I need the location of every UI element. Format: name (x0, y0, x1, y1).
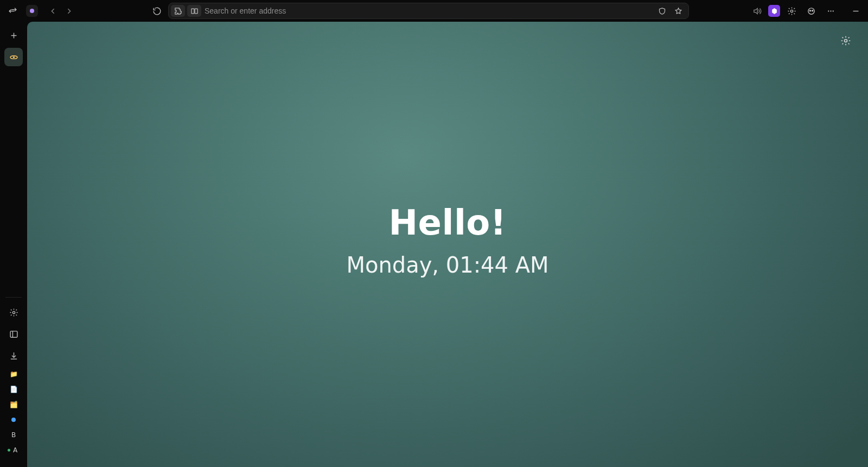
svg-point-5 (809, 10, 810, 11)
folder-icon: 📁 (10, 370, 18, 378)
sidebar-bookmark-b[interactable]: B (6, 429, 21, 441)
extensions-icon (174, 7, 182, 15)
svg-rect-1 (191, 9, 194, 14)
svg-point-0 (30, 9, 34, 13)
downloads-icon (9, 351, 18, 361)
reload-icon (152, 7, 162, 16)
tracking-shield-button[interactable] (655, 5, 669, 17)
workspace-icon (29, 8, 35, 14)
svg-point-8 (830, 10, 831, 11)
new-tab-button[interactable] (4, 26, 23, 45)
sidebar-divider (5, 297, 22, 298)
back-button[interactable] (44, 3, 61, 19)
address-input[interactable] (203, 6, 653, 16)
svg-point-11 (12, 56, 14, 58)
datetime-text: Monday, 01:44 AM (346, 253, 548, 277)
new-tab-page: Hello! Monday, 01:44 AM (27, 22, 868, 467)
page-settings-icon (840, 35, 851, 46)
shield-icon (658, 7, 666, 15)
extensions-button[interactable] (171, 5, 185, 17)
downloads-button[interactable] (4, 346, 23, 365)
extension-gear-icon (787, 7, 796, 16)
side-panel-icon (9, 330, 18, 339)
forward-icon (65, 7, 74, 16)
split-view-button[interactable] (187, 5, 201, 17)
svg-point-3 (790, 10, 793, 12)
gear-icon (9, 308, 18, 317)
document-icon: 📄 (10, 386, 18, 393)
svg-rect-13 (10, 331, 17, 337)
bookmark-star-button[interactable] (671, 5, 685, 17)
minimize-button[interactable] (847, 3, 864, 19)
sidebar-settings-button[interactable] (4, 303, 23, 321)
sidebar-bookmark-document[interactable]: 📄 (6, 383, 21, 395)
greeting-text: Hello! (346, 203, 548, 243)
svg-point-9 (832, 10, 833, 11)
sidebar-letter-a: A (13, 446, 17, 454)
svg-point-6 (812, 10, 813, 11)
split-view-icon (190, 7, 199, 15)
sidebar-bookmark-circle[interactable] (6, 414, 21, 426)
svg-point-12 (12, 311, 15, 313)
page-settings-button[interactable] (839, 34, 853, 48)
extension-hexagon-button[interactable] (768, 5, 780, 17)
sidebar-bookmark-folder-2[interactable]: 🗂️ (6, 399, 21, 411)
current-tab[interactable] (4, 48, 23, 66)
svg-point-15 (845, 40, 847, 42)
circle-icon (11, 417, 16, 422)
status-dot-icon (8, 449, 10, 452)
svg-point-14 (11, 418, 16, 422)
audio-icon (752, 7, 762, 16)
back-icon (48, 7, 58, 16)
extension-privacy-icon (807, 7, 816, 16)
swap-icon (8, 7, 17, 16)
workspace-badge[interactable] (26, 5, 38, 17)
sidebar-bookmark-a[interactable]: A (6, 444, 21, 456)
address-bar[interactable] (168, 3, 689, 19)
top-toolbar (0, 0, 868, 22)
star-icon (674, 7, 682, 15)
audio-indicator-button[interactable] (749, 3, 765, 19)
sidebar-letter-b: B (11, 431, 16, 439)
minimize-icon (851, 7, 860, 16)
swap-workspace-button[interactable] (4, 3, 21, 19)
overflow-menu-icon (826, 7, 835, 16)
vertical-tab-sidebar: 📁 📄 🗂️ B A (0, 22, 27, 467)
forward-button[interactable] (61, 3, 77, 19)
pinned-tab-icon (9, 53, 18, 62)
overflow-menu-button[interactable] (822, 3, 839, 19)
svg-point-7 (828, 10, 829, 11)
svg-point-4 (808, 8, 814, 14)
extension-hexagon-icon (771, 8, 778, 15)
extension-privacy-button[interactable] (803, 3, 819, 19)
extension-gear-button[interactable] (783, 3, 800, 19)
reload-button[interactable] (149, 3, 165, 19)
svg-rect-2 (195, 9, 197, 14)
side-panel-button[interactable] (4, 325, 23, 343)
sidebar-bookmark-folder-1[interactable]: 📁 (6, 368, 21, 380)
folder-icon-2: 🗂️ (10, 401, 18, 408)
new-tab-icon (9, 31, 18, 40)
